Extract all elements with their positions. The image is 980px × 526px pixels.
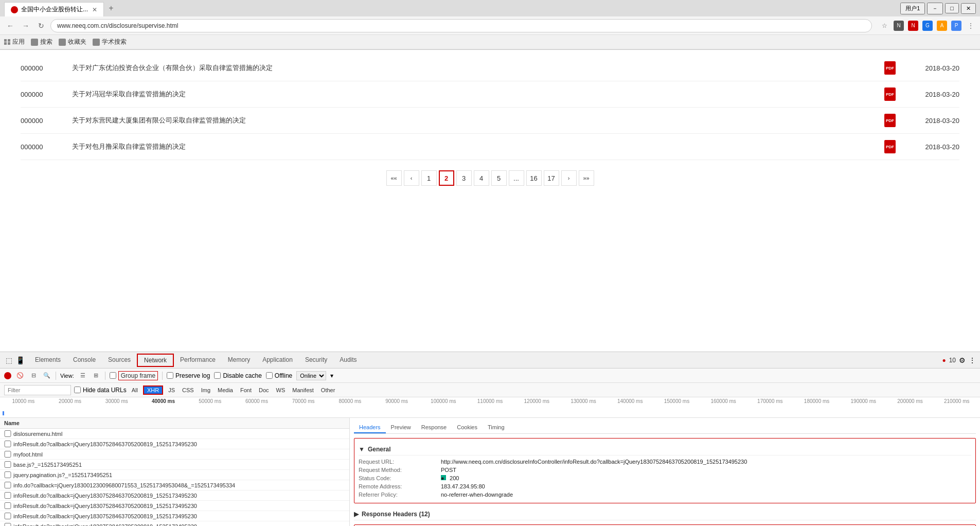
close-button[interactable]: ✕ (961, 3, 976, 14)
tab-console[interactable]: Console (67, 354, 102, 366)
req-checkbox-1[interactable] (4, 441, 11, 447)
request-row-5[interactable]: info.do?callback=jQuery18300123009680071… (0, 480, 349, 490)
address-bar[interactable]: www.neeq.com.cn/disclosure/supervise.htm… (50, 19, 872, 32)
general-toggle[interactable]: ▼ (359, 446, 365, 453)
detail-tab-cookies[interactable]: Cookies (452, 422, 483, 433)
tab-application[interactable]: Application (256, 354, 299, 366)
pagination-page-1[interactable]: 1 (421, 170, 437, 186)
disable-cache-checkbox[interactable] (214, 372, 221, 379)
more-icon[interactable]: ⋮ (969, 356, 976, 364)
filter-all[interactable]: All (130, 387, 140, 394)
settings-icon[interactable]: ⚙ (959, 356, 966, 364)
forward-button[interactable]: → (20, 20, 32, 32)
request-row-8[interactable]: infoResult.do?callback=jQuery18307528463… (0, 511, 349, 521)
minimize-button[interactable]: － (927, 3, 943, 14)
request-row-4[interactable]: jquery.pagination.js?_=1525173495251 (0, 470, 349, 480)
back-button[interactable]: ← (4, 20, 16, 32)
req-checkbox-4[interactable] (4, 471, 11, 478)
extension-icon1[interactable]: N (894, 21, 904, 31)
pagination-page-2[interactable]: 2 (439, 170, 454, 186)
tab-elements[interactable]: Elements (29, 354, 67, 366)
pagination-page-16[interactable]: 16 (526, 170, 542, 186)
record-button[interactable] (4, 372, 11, 379)
filter-doc[interactable]: Doc (257, 387, 271, 394)
hide-data-urls-check[interactable]: Hide data URLs (74, 387, 127, 394)
offline-checkbox[interactable] (266, 372, 273, 379)
list-view-button[interactable]: ☰ (78, 371, 87, 380)
extension-icon2[interactable]: N (908, 21, 918, 31)
req-checkbox-8[interactable] (4, 513, 11, 519)
preserve-log-checkbox[interactable] (167, 372, 173, 379)
pdf-icon[interactable]: PDF (882, 113, 898, 128)
pagination-last-button[interactable]: »» (579, 170, 594, 186)
extension-icon5[interactable]: P (951, 21, 961, 31)
extension-icon3[interactable]: G (922, 21, 933, 31)
pagination-prev-button[interactable]: ‹ (404, 170, 419, 186)
new-tab-button[interactable]: + (104, 1, 118, 15)
throttle-select[interactable]: Online (296, 371, 326, 380)
extension-icon4[interactable]: A (937, 21, 947, 31)
pagination-next-button[interactable]: › (561, 170, 577, 186)
detail-tab-preview[interactable]: Preview (386, 422, 416, 433)
pdf-icon[interactable]: PDF (882, 139, 898, 154)
req-checkbox-3[interactable] (4, 461, 11, 468)
filter-ws[interactable]: WS (274, 387, 288, 394)
pagination-page-3[interactable]: 3 (456, 170, 472, 186)
request-row-6[interactable]: infoResult.do?callback=jQuery18307528463… (0, 490, 349, 501)
pagination-page-5[interactable]: 5 (491, 170, 507, 186)
req-checkbox-7[interactable] (4, 502, 11, 509)
group-by-frame-check[interactable]: Group frame (110, 371, 158, 380)
tab-security[interactable]: Security (299, 354, 333, 366)
tab-audits[interactable]: Audits (333, 354, 363, 366)
filter-other[interactable]: Other (319, 387, 337, 394)
pagination-page-4[interactable]: 4 (474, 170, 489, 186)
clear-button[interactable]: 🚫 (15, 371, 25, 380)
request-row-9[interactable]: infoResult.do?callback=jQuery18307528463… (0, 521, 349, 526)
filter-manifest[interactable]: Manifest (290, 387, 316, 394)
disable-cache-check[interactable]: Disable cache (214, 372, 261, 379)
tab-memory[interactable]: Memory (222, 354, 256, 366)
tab-sources[interactable]: Sources (102, 354, 137, 366)
tab-network[interactable]: Network (137, 354, 174, 367)
filter-font[interactable]: Font (238, 387, 254, 394)
bookmark-star-icon[interactable]: ☆ (879, 21, 889, 31)
pagination-page-17[interactable]: 17 (544, 170, 559, 186)
pdf-icon[interactable]: PDF (882, 60, 898, 76)
request-row-3[interactable]: base.js?_=1525173495251 (0, 460, 349, 470)
filter-js[interactable]: JS (166, 387, 177, 394)
devtools-device-icon[interactable]: 📱 (15, 356, 25, 365)
req-checkbox-6[interactable] (4, 492, 11, 499)
response-headers-toggle[interactable]: ▶ (354, 511, 359, 518)
hide-data-urls-checkbox[interactable] (74, 387, 81, 393)
maximize-button[interactable]: □ (945, 3, 959, 13)
bookmark-scholar[interactable]: 学术搜索 (93, 38, 127, 46)
detail-tab-timing[interactable]: Timing (483, 422, 510, 433)
request-row-1[interactable]: infoResult.do?callback=jQuery18307528463… (0, 439, 349, 449)
refresh-button[interactable]: ↻ (35, 20, 47, 32)
preserve-log-check[interactable]: Preserve log (167, 372, 210, 379)
filter-media[interactable]: Media (216, 387, 235, 394)
offline-check[interactable]: Offline (266, 372, 292, 379)
req-checkbox-0[interactable] (4, 430, 11, 437)
filter-xhr[interactable]: XHR (143, 385, 163, 395)
filter-css[interactable]: CSS (180, 387, 196, 394)
bookmark-search[interactable]: 搜索 (31, 38, 52, 46)
filter-img[interactable]: Img (199, 387, 212, 394)
detail-tab-response[interactable]: Response (416, 422, 452, 433)
active-tab[interactable]: 全国中小企业股份转让... ✕ (4, 2, 104, 16)
req-checkbox-2[interactable] (4, 451, 11, 458)
detail-tab-headers[interactable]: Headers (354, 422, 386, 433)
search-icon[interactable]: 🔍 (42, 371, 51, 380)
pdf-icon[interactable]: PDF (882, 86, 898, 102)
pagination-first-button[interactable]: «« (386, 170, 402, 186)
request-row-0[interactable]: dislosuremenu.html (0, 429, 349, 439)
request-row-7[interactable]: infoResult.do?callback=jQuery18307528463… (0, 501, 349, 511)
devtools-inspect-icon[interactable]: ⬚ (4, 356, 13, 365)
req-checkbox-5[interactable] (4, 482, 11, 488)
bookmark-apps[interactable]: 应用 (4, 38, 25, 46)
tab-performance[interactable]: Performance (174, 354, 222, 366)
bookmark-favorites[interactable]: 收藏夹 (59, 38, 86, 46)
tab-close-button[interactable]: ✕ (92, 6, 97, 13)
group-by-frame-checkbox[interactable] (110, 372, 116, 379)
filter-icon[interactable]: ⊟ (29, 371, 38, 380)
